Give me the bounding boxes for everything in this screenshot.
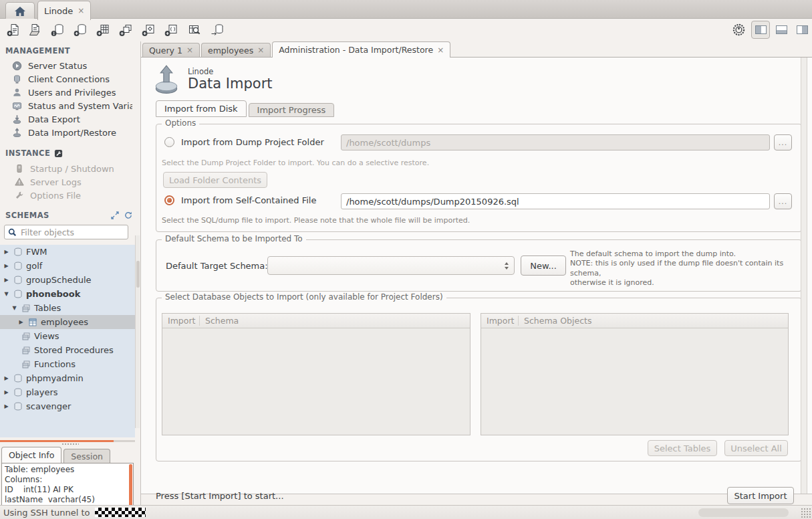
main-scrollbar[interactable] [801, 58, 807, 494]
add-database-button[interactable] [70, 21, 90, 39]
close-icon[interactable]: × [257, 45, 264, 55]
create-function-button[interactable] [161, 21, 181, 39]
radio-on-icon[interactable] [164, 195, 174, 205]
unselect-all-button[interactable]: Unselect All [724, 440, 788, 456]
create-view-button[interactable] [116, 21, 136, 39]
open-sql-script-button[interactable] [25, 21, 45, 39]
close-icon[interactable]: × [186, 45, 193, 55]
schema-row-groupschedule[interactable]: ▶ groupSchedule [0, 273, 135, 287]
tab-label: Object Info [9, 450, 54, 460]
sidebar-item-users-privileges[interactable]: Users and Privileges [0, 86, 140, 99]
tree-row-employees[interactable]: ▶ employees [0, 315, 135, 329]
tab-session[interactable]: Session [63, 449, 110, 463]
dump-folder-radio-row[interactable]: Import from Dump Project Folder [164, 137, 324, 147]
sidebar-item-startup-shutdown[interactable]: Startup / Shutdown [0, 162, 140, 175]
dump-folder-input[interactable] [341, 134, 770, 150]
search-data-button[interactable] [184, 21, 205, 39]
schema-filter-input[interactable] [19, 227, 122, 238]
new-schema-button[interactable]: New... [521, 255, 566, 276]
browse-file-button[interactable]: ... [774, 193, 792, 209]
tab-employees[interactable]: employees × [201, 43, 271, 57]
default-target-schema-combo[interactable] [267, 256, 515, 275]
schema-icon [13, 290, 23, 299]
tree-row-views[interactable]: Views [0, 329, 135, 343]
button-label: Load Folder Contents [169, 175, 261, 185]
schema-row-golf[interactable]: ▶ golf [0, 259, 135, 273]
page-title: Data Import [188, 76, 273, 92]
splitter-grip[interactable] [61, 443, 79, 446]
sidebar-item-data-import-restore[interactable]: Data Import/Restore [0, 126, 140, 139]
default-schema-legend: Default Schema to be Imported To [162, 234, 306, 243]
create-procedure-button[interactable] [138, 21, 158, 39]
server-icon [15, 164, 24, 173]
schema-row-fwm[interactable]: ▶ FWM [0, 245, 135, 259]
sidebar-item-data-export[interactable]: Data Export [0, 112, 140, 126]
browse-folder-button[interactable]: ... [774, 134, 792, 150]
spinner-icon[interactable] [505, 262, 509, 270]
tab-query1[interactable]: Query 1 × [142, 43, 200, 57]
schema-row-players[interactable]: ▶ players [0, 385, 135, 399]
resize-grip[interactable] [801, 508, 811, 518]
create-table-button[interactable] [93, 21, 113, 39]
button-label: Select Tables [654, 443, 711, 453]
ellipsis-icon: ... [779, 197, 788, 206]
tree-row-tables[interactable]: ▼ Tables [0, 301, 135, 315]
chevron-right-icon[interactable]: ▶ [3, 375, 10, 381]
sidebar-item-server-logs[interactable]: Server Logs [0, 175, 140, 189]
sidebar-item-status-system-variables[interactable]: Status and System Variables [0, 99, 140, 112]
radio-off-icon[interactable] [164, 137, 174, 147]
statusbar-scroll-thumb[interactable] [698, 508, 789, 517]
object-info-scrollbar[interactable] [129, 464, 132, 510]
schema-list[interactable]: Import Schema [162, 313, 470, 435]
refresh-schemas-icon[interactable] [124, 211, 132, 219]
ssh-tunnel-status: Using SSH tunnel to [3, 508, 90, 518]
select-tables-button[interactable]: Select Tables [648, 440, 717, 456]
expand-schemas-icon[interactable] [111, 211, 119, 219]
dashboard-button[interactable] [729, 21, 748, 39]
chevron-down-icon[interactable]: ▼ [11, 305, 18, 311]
main-toolbar [0, 19, 812, 41]
tab-import-from-disk[interactable]: Import from Disk [156, 100, 247, 117]
chevron-right-icon[interactable]: ▶ [3, 389, 10, 395]
schema-row-scavenger[interactable]: ▶ scavenger [0, 399, 135, 413]
schema-label: golf [26, 261, 42, 271]
bottom-panel-toggle[interactable] [772, 21, 791, 39]
schema-label: scavenger [26, 401, 71, 411]
sidebar-panel-toggle[interactable] [751, 21, 770, 39]
schema-objects-list[interactable]: Import Schema Objects [481, 313, 789, 435]
schema-tree-scrollbar[interactable] [135, 235, 140, 428]
new-sql-tab-button[interactable] [3, 21, 23, 39]
home-icon [13, 6, 27, 17]
self-file-input[interactable] [341, 193, 770, 209]
sidebar-item-server-status[interactable]: Server Status [0, 59, 140, 72]
tree-row-stored-procedures[interactable]: Stored Procedures [0, 343, 135, 357]
data-import-header-icon [153, 64, 180, 95]
reconnect-dbms-button[interactable] [207, 21, 227, 39]
object-info-line: ID int(11) AI PK [5, 485, 130, 495]
right-panel-toggle[interactable] [793, 21, 811, 39]
chevron-right-icon[interactable]: ▶ [3, 263, 10, 269]
tab-administration-data-import[interactable]: Administration - Data Import/Restore × [272, 41, 450, 58]
sidebar-splitter[interactable] [0, 440, 135, 442]
chevron-right-icon[interactable]: ▶ [17, 319, 25, 325]
close-icon[interactable]: × [78, 6, 84, 15]
tree-row-functions[interactable]: Functions [0, 357, 135, 371]
schema-objects-list-header: Import Schema Objects [481, 314, 788, 328]
chevron-down-icon[interactable]: ▼ [3, 291, 10, 297]
chevron-right-icon[interactable]: ▶ [3, 249, 10, 255]
create-schema-button[interactable] [47, 21, 67, 39]
sidebar-item-options-file[interactable]: Options File [0, 189, 140, 202]
chevron-right-icon[interactable]: ▶ [3, 277, 10, 283]
schema-row-phonebook[interactable]: ▼ phonebook [0, 287, 135, 301]
tab-object-info[interactable]: Object Info [1, 447, 61, 463]
close-icon[interactable]: × [437, 45, 444, 55]
start-import-button[interactable]: Start Import [727, 487, 794, 504]
chevron-right-icon[interactable]: ▶ [3, 403, 10, 409]
schema-row-phpmyadmin[interactable]: ▶ phpmyadmin [0, 371, 135, 385]
connection-tab-linode[interactable]: Linode × [37, 1, 91, 20]
sidebar-item-client-connections[interactable]: Client Connections [0, 72, 140, 86]
tab-import-progress[interactable]: Import Progress [249, 103, 335, 117]
home-tab[interactable] [5, 2, 35, 19]
self-file-radio-row[interactable]: Import from Self-Contained File [164, 195, 316, 205]
load-folder-contents-button[interactable]: Load Folder Contents [163, 172, 267, 188]
